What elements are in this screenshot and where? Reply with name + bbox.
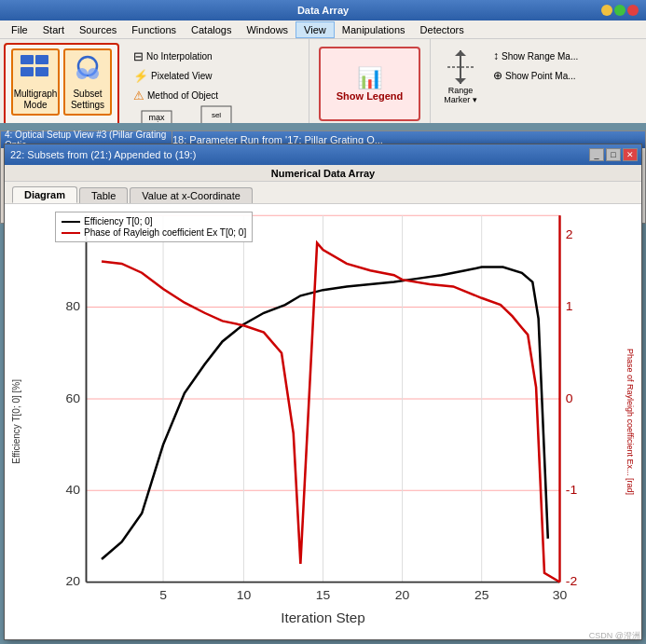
svg-text:-2: -2: [566, 574, 577, 588]
tab-table[interactable]: Table: [79, 187, 128, 203]
range-marker-button[interactable]: RangeMarker ▾: [436, 43, 485, 110]
svg-rect-2: [21, 67, 34, 76]
svg-point-5: [76, 68, 88, 79]
chart-area: Efficiency T[0; 0] [%] Efficiency T[0; 0…: [5, 204, 641, 639]
multigraph-mode-button[interactable]: MultigraphMode: [11, 48, 60, 116]
window-controls: [601, 5, 639, 16]
method-icon: ⚠: [133, 89, 144, 103]
svg-text:40: 40: [66, 483, 81, 497]
svg-text:10: 10: [237, 588, 252, 602]
chart-svg: 20 40 60 80 -2 -1 0 1 2 5 10 15 20 25: [27, 204, 619, 639]
show-point-marker-button[interactable]: ⊕ Show Point Ma...: [488, 66, 583, 85]
multigraph-mode-label: MultigraphMode: [14, 89, 58, 111]
svg-text:5: 5: [159, 588, 167, 602]
show-legend-label: Show Legend: [337, 90, 404, 102]
chart-tabs: Diagram Table Value at x-Coordinate: [5, 182, 641, 204]
chart-main: Efficiency T[0; 0] Phase of Rayleigh coe…: [27, 204, 619, 639]
svg-text:2: 2: [566, 227, 573, 241]
show-point-icon: ⊕: [493, 69, 502, 82]
legend-line-black: [62, 221, 80, 223]
chart-close-btn[interactable]: ✕: [623, 148, 638, 161]
range-marker-label: RangeMarker ▾: [444, 86, 477, 104]
menu-catalogs[interactable]: Catalogs: [184, 22, 239, 37]
method-of-object-label: Method of Object: [147, 90, 218, 101]
menu-bar: File Start Sources Functions Catalogs Wi…: [0, 21, 646, 39]
chart-minimize-btn[interactable]: _: [589, 148, 604, 161]
menu-file[interactable]: File: [4, 22, 35, 37]
legend-item-phase: Phase of Rayleigh coefficient Ex T[0; 0]: [62, 227, 246, 238]
method-of-object-button[interactable]: ⚠ Method of Object: [129, 86, 303, 104]
close-btn[interactable]: [627, 5, 639, 16]
svg-text:0: 0: [566, 391, 573, 405]
show-markers-col: ↕ Show Range Ma... ⊕ Show Point Ma...: [488, 43, 583, 127]
show-range-marker-button[interactable]: ↕ Show Range Ma...: [488, 47, 583, 65]
svg-text:1: 1: [566, 299, 573, 313]
svg-text:sel: sel: [212, 111, 221, 119]
multigraph-icon: [19, 53, 52, 87]
minimize-btn[interactable]: [601, 5, 612, 16]
svg-text:20: 20: [66, 574, 81, 588]
legend-item-efficiency: Efficiency T[0; 0]: [62, 216, 246, 226]
chart-restore-btn[interactable]: □: [606, 148, 621, 161]
legend-label-phase: Phase of Rayleigh coefficient Ex T[0; 0]: [84, 227, 246, 238]
title-bar: Data Array: [0, 0, 646, 21]
svg-text:15: 15: [316, 588, 331, 602]
svg-rect-1: [35, 55, 48, 64]
show-range-icon: ↕: [493, 49, 499, 62]
subset-settings-button[interactable]: SubsetSettings: [63, 48, 112, 116]
menu-view[interactable]: View: [296, 21, 335, 38]
pixel-icon: ⚡: [133, 69, 148, 83]
no-interpolation-label: No Interpolation: [146, 51, 213, 62]
legend-label-efficiency: Efficiency T[0; 0]: [84, 216, 153, 226]
legend-line-red: [62, 232, 80, 234]
svg-text:Iteration Step: Iteration Step: [281, 610, 365, 625]
tab-diagram[interactable]: Diagram: [12, 186, 77, 203]
svg-point-6: [88, 68, 99, 79]
svg-text:20: 20: [395, 588, 410, 602]
right-y-axis-text: Phase of Rayleigh coefficient Ex... [rad…: [625, 349, 635, 495]
chart-subtitle: Numerical Data Array: [5, 165, 641, 182]
right-y-label: Phase of Rayleigh coefficient Ex... [rad…: [619, 204, 641, 639]
chart-legend: Efficiency T[0; 0] Phase of Rayleigh coe…: [55, 212, 253, 242]
chart-window: 22: Subsets from (21:) Appended to (19:)…: [4, 144, 642, 640]
menu-start[interactable]: Start: [35, 22, 72, 37]
svg-marker-13: [455, 50, 466, 56]
menu-windows[interactable]: Windows: [239, 22, 296, 37]
left-y-label: Efficiency T[0; 0] [%]: [5, 204, 27, 639]
chart-title: 22: Subsets from (21:) Appended to (19:): [10, 149, 196, 160]
show-range-marker-label: Show Range Ma...: [502, 51, 578, 62]
titlebar-controls: _ □ ✕: [589, 148, 641, 161]
svg-text:80: 80: [66, 299, 81, 313]
menu-detectors[interactable]: Detectors: [413, 22, 472, 37]
pixelated-view-label: Pixelated View: [151, 71, 212, 81]
tab-value-at-x[interactable]: Value at x-Coordinate: [130, 187, 253, 203]
value-scaling-buttons: ⊟ No Interpolation ⚡ Pixelated View ⚠ Me…: [129, 43, 303, 104]
watermark: CSDN @澄洲: [589, 630, 640, 642]
svg-text:-1: -1: [566, 483, 577, 497]
menu-functions[interactable]: Functions: [124, 22, 184, 37]
show-point-marker-label: Show Point Ma...: [505, 71, 576, 81]
menu-manipulations[interactable]: Manipulations: [335, 22, 413, 37]
maximize-btn[interactable]: [614, 5, 625, 16]
svg-text:30: 30: [553, 588, 568, 602]
svg-marker-14: [455, 78, 466, 84]
show-legend-button[interactable]: 📊 Show Legend: [319, 47, 420, 121]
workspace: 18: Parameter Run from '17: Pillar Grati…: [0, 123, 646, 644]
svg-text:60: 60: [66, 391, 81, 405]
no-interpolation-button[interactable]: ⊟ No Interpolation: [129, 47, 303, 65]
legend-icon: 📊: [357, 66, 382, 90]
pixelated-view-button[interactable]: ⚡ Pixelated View: [129, 66, 303, 85]
title-bar-text: Data Array: [297, 5, 349, 16]
menu-sources[interactable]: Sources: [72, 22, 124, 37]
subset-icon: [71, 53, 104, 87]
chart-titlebar: 22: Subsets from (21:) Appended to (19:)…: [5, 144, 641, 165]
subset-settings-label: SubsetSettings: [71, 89, 104, 111]
left-y-axis-text: Efficiency T[0; 0] [%]: [11, 379, 21, 464]
range-marker-icon: [444, 48, 477, 86]
no-interp-icon: ⊟: [133, 49, 144, 63]
svg-text:25: 25: [474, 588, 489, 602]
svg-rect-3: [35, 67, 48, 76]
svg-rect-0: [21, 55, 34, 64]
